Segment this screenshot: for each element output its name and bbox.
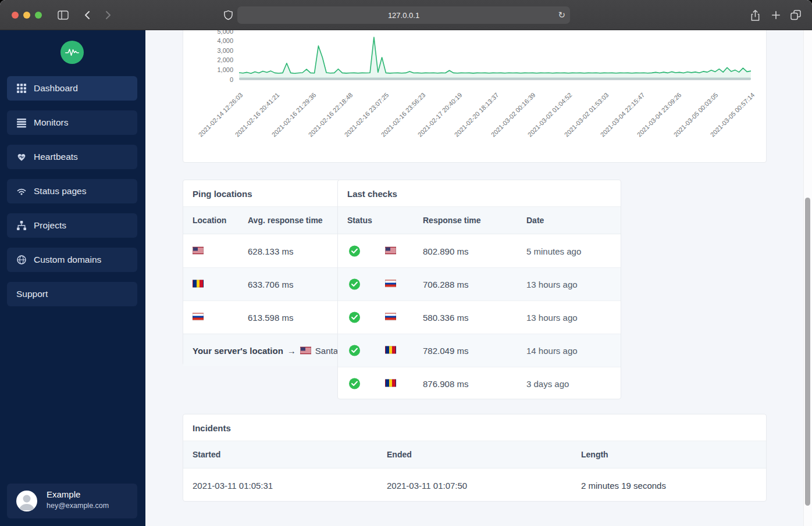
table-row: 706.288 ms 13 hours ago [338,267,621,300]
russia-flag-icon [385,280,396,288]
wifi-icon [16,186,27,196]
minimize-window-button[interactable] [23,12,30,19]
sidebar-toggle-icon[interactable] [56,8,70,22]
check-date: 13 hours ago [526,280,578,289]
response-time-value: 802.890 ms [423,246,468,256]
browser-window: 127.0.0.1 ↻ Dashboard [0,0,812,526]
status-ok-icon [349,312,360,323]
russia-flag-icon [385,313,396,321]
column-header-response-time: Response time [423,216,481,225]
response-time-line-chart [239,30,751,85]
sidebar-item-dashboard[interactable]: Dashboard [7,76,137,101]
avg-response-value: 633.706 ms [248,280,293,289]
browser-toolbar: 127.0.0.1 ↻ [0,0,812,30]
table-row: 580.336 ms 13 hours ago [338,300,621,334]
card-title: Ping locations [193,188,252,198]
response-time-value: 782.049 ms [423,346,468,356]
y-tick-label: 3,000 [198,47,233,54]
user-name: Example [47,489,80,499]
romania-flag-icon [385,380,396,387]
sidebar-item-label: Monitors [34,117,68,128]
romania-flag-icon [385,346,396,354]
globe-icon [16,255,27,265]
sidebar-item-heartbeats[interactable]: Heartbeats [7,145,137,169]
avg-response-value: 613.598 ms [248,313,293,323]
server-location-label: Your server's location [193,345,283,355]
column-header-avg-response: Avg. response time [248,216,323,225]
incident-ended: 2021-03-11 01:07:50 [387,480,467,490]
response-time-value: 876.908 ms [423,379,468,389]
romania-flag-icon [193,280,204,288]
app-viewport: Dashboard Monitors Heartbeats Status pag… [0,30,812,526]
us-flag-icon [193,246,204,254]
share-icon[interactable] [748,8,762,22]
status-ok-icon [349,378,360,389]
table-header: Status Response time Date [338,207,621,234]
sidebar-item-monitors[interactable]: Monitors [7,110,137,135]
sitemap-icon [16,220,27,231]
check-date: 5 minutes ago [526,246,581,256]
table-row: 782.049 ms 14 hours ago [338,334,621,367]
y-tick-label: 1,000 [198,66,233,73]
heart-icon [16,152,27,162]
check-date: 13 hours ago [526,313,578,323]
last-checks-card: Last checks Status Response time Date 80… [337,180,621,399]
sidebar: Dashboard Monitors Heartbeats Status pag… [0,30,145,526]
arrow-right-icon: → [287,345,296,355]
privacy-shield-icon[interactable] [221,8,235,22]
incident-started: 2021-03-11 01:05:31 [193,480,273,490]
url-text: 127.0.0.1 [388,11,419,20]
sidebar-item-label: Heartbeats [34,152,78,162]
close-window-button[interactable] [12,12,19,19]
app-logo[interactable] [60,41,84,64]
scrollbar-track[interactable] [803,30,812,526]
column-header-status: Status [347,216,372,225]
card-title: Incidents [193,423,231,432]
check-date: 14 hours ago [526,346,578,356]
sidebar-item-label: Custom domains [34,255,101,265]
y-tick-label: 0 [198,76,233,83]
user-email: hey@example.com [47,502,109,510]
back-icon[interactable] [80,8,94,22]
us-flag-icon [385,246,396,254]
user-card[interactable]: Example hey@example.com [7,484,137,518]
table-row: 876.908 ms 3 days ago [338,367,621,400]
status-ok-icon [349,245,360,256]
avatar [16,491,37,511]
new-tab-icon[interactable] [769,8,783,22]
y-tick-label: 4,000 [198,37,233,44]
status-ok-icon [349,345,360,356]
table-row: 802.890 ms 5 minutes ago [338,234,621,267]
response-time-value: 580.336 ms [423,313,468,323]
zoom-window-button[interactable] [35,12,42,19]
response-time-chart-card: 5,0004,0003,0002,0001,0000 2021-02-14 12… [183,30,767,163]
russia-flag-icon [193,313,204,321]
address-bar[interactable]: 127.0.0.1 ↻ [237,6,570,24]
reload-icon[interactable]: ↻ [558,9,565,21]
sidebar-item-label: Support [16,289,48,299]
sidebar-item-label: Dashboard [34,83,78,94]
sidebar-item-projects[interactable]: Projects [7,213,137,238]
check-date: 3 days ago [526,379,569,389]
column-header-started: Started [193,450,220,459]
incident-length: 2 minutes 19 seconds [581,480,666,490]
us-flag-icon [300,346,311,354]
sidebar-item-custom-domains[interactable]: Custom domains [7,248,137,272]
forward-icon[interactable] [101,8,115,22]
scrollbar-thumb[interactable] [805,198,810,506]
column-header-length: Length [581,450,608,459]
card-title: Last checks [347,188,397,198]
pulse-icon [62,44,83,61]
sidebar-item-label: Projects [34,220,66,231]
sidebar-item-support[interactable]: Support [7,282,137,306]
tab-overview-icon[interactable] [789,8,803,22]
avg-response-value: 628.133 ms [248,246,293,256]
column-header-location: Location [193,216,226,225]
incidents-card: Incidents Started Ended Length 2021-03-1… [183,414,767,502]
list-icon [16,117,27,128]
sidebar-item-status-pages[interactable]: Status pages [7,179,137,203]
column-header-ended: Ended [387,450,412,459]
table-row: 2021-03-11 01:05:31 2021-03-11 01:07:50 … [183,468,766,502]
response-time-value: 706.288 ms [423,280,468,289]
table-header: Started Ended Length [183,441,766,468]
